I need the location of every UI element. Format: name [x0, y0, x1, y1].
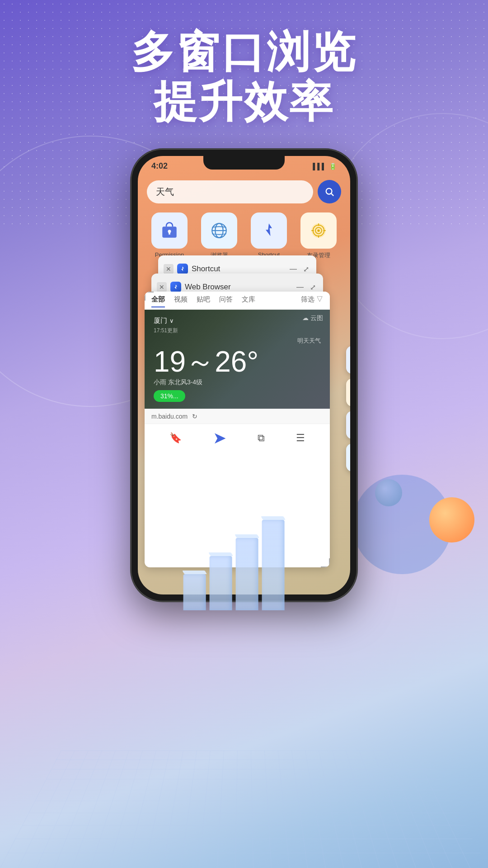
youlu-icon-box: [300, 212, 337, 249]
search-placeholder: 天气: [156, 186, 174, 198]
tab-library[interactable]: 文库: [242, 295, 255, 307]
floating-icon-lock[interactable]: [346, 411, 350, 439]
weather-temperature: 19～26°: [154, 347, 321, 376]
window-1-actions: — ⤢: [288, 264, 311, 274]
weather-action-btn[interactable]: 31%...: [154, 390, 185, 402]
weather-description: 小雨 东北风3-4级: [154, 378, 321, 387]
floating-icons: [346, 346, 350, 472]
tab-qa[interactable]: 问答: [219, 295, 233, 307]
bar-1: [183, 574, 206, 610]
svg-point-11: [317, 229, 319, 231]
url-bar: m.baidu.com ↻: [145, 409, 330, 424]
bar-4: [262, 520, 285, 610]
weather-content: 厦门 ∨ 17:51更新 ☁ 云图 明天天气 19～26° 小雨 东北风3-4: [145, 310, 330, 409]
floating-icon-globe[interactable]: [346, 443, 350, 472]
window-2-expand[interactable]: ⤢: [308, 282, 318, 292]
floating-icon-shortcut[interactable]: [346, 346, 350, 374]
weather-label: 明天天气: [154, 337, 321, 345]
svg-rect-4: [169, 232, 170, 235]
window-2-icon: [170, 282, 181, 292]
menu-icon[interactable]: ☰: [296, 432, 305, 444]
weather-location: 厦门 ∨: [154, 316, 178, 325]
window-1-icon: [177, 264, 188, 274]
forward-icon[interactable]: ➤: [213, 429, 226, 448]
bg-sphere-blue: [375, 479, 402, 506]
search-input[interactable]: 天气: [147, 180, 313, 203]
url-text: m.baidu.com: [151, 413, 188, 420]
window-1-expand[interactable]: ⤢: [301, 264, 311, 274]
bar-2: [210, 556, 232, 610]
signal-icon: ▌▌▌: [313, 163, 326, 170]
headline-line2: 提升效率: [0, 77, 488, 127]
window-2-close[interactable]: ✕: [157, 282, 167, 292]
headline: 多窗口浏览 提升效率: [0, 27, 488, 127]
search-bar[interactable]: 天气: [147, 180, 341, 203]
window-1-title: Shortcut: [192, 264, 285, 274]
window-1-minimize[interactable]: —: [288, 264, 298, 274]
browser-toolbar: 🔖 ➤ ⧉ ☰: [145, 424, 330, 452]
app-icon-browser[interactable]: 浏览器: [201, 212, 237, 259]
shortcut-icon-box: [251, 212, 287, 249]
resize-br[interactable]: [321, 558, 330, 567]
app-icon-shortcut[interactable]: Shortcut: [251, 212, 287, 259]
tab-video[interactable]: 视频: [174, 295, 188, 307]
browser-icon-box: [201, 212, 237, 249]
search-button[interactable]: [318, 180, 341, 203]
app-icon-permission[interactable]: Permission: [151, 212, 188, 259]
bg-grid: [0, 750, 488, 868]
cloud-icon: ☁ 云图: [302, 314, 323, 322]
phone-container: 4:02 ▌▌▌ 🔋 天气: [131, 149, 357, 601]
refresh-icon[interactable]: ↻: [192, 413, 197, 420]
window-2-minimize[interactable]: —: [295, 282, 305, 292]
headline-line1: 多窗口浏览: [0, 27, 488, 77]
bookmark-icon[interactable]: 🔖: [169, 432, 182, 444]
tab-tieba[interactable]: 贴吧: [197, 295, 210, 307]
svg-line-1: [331, 193, 333, 196]
status-icons: ▌▌▌ 🔋: [313, 163, 337, 170]
browser-tabs: 全部 视频 贴吧 问答 文库 筛选 ▽: [145, 292, 330, 310]
bar-chart-3d: [183, 520, 285, 610]
resize-tl[interactable]: [145, 292, 154, 301]
window-2-actions: — ⤢: [295, 282, 318, 292]
app-icon-youlu[interactable]: 友录管理: [300, 212, 337, 259]
floating-icon-youlu[interactable]: [346, 378, 350, 406]
battery-icon: 🔋: [329, 163, 337, 170]
copy-icon[interactable]: ⧉: [258, 432, 265, 444]
app-icons-row: Permission 浏览器: [138, 203, 350, 264]
svg-point-0: [326, 189, 332, 194]
phone-notch: [203, 156, 285, 170]
window-1-close[interactable]: ✕: [164, 264, 174, 274]
window-2-title: Web Browser: [185, 283, 291, 292]
weather-update: 17:51更新: [154, 327, 178, 335]
tab-filter[interactable]: 筛选 ▽: [301, 295, 323, 307]
bar-3: [236, 538, 258, 610]
permission-icon-box: [151, 212, 188, 249]
bg-sphere-orange: [429, 497, 474, 542]
status-time: 4:02: [151, 161, 168, 171]
